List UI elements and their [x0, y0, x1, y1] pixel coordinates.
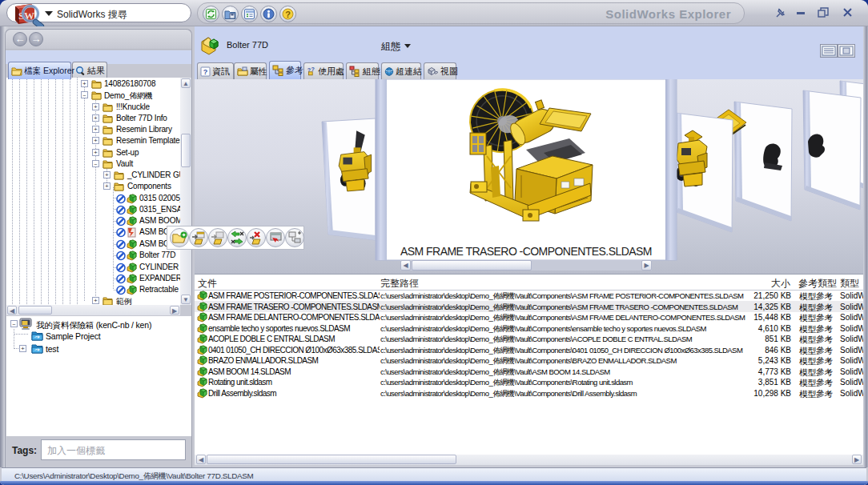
svg-text:ASM FRAME TRASERO -COMPONENTES: ASM FRAME TRASERO -COMPONENTES.SLDASM — [400, 245, 652, 258]
svg-text:?: ? — [203, 68, 208, 76]
svg-text:?: ? — [285, 10, 291, 19]
